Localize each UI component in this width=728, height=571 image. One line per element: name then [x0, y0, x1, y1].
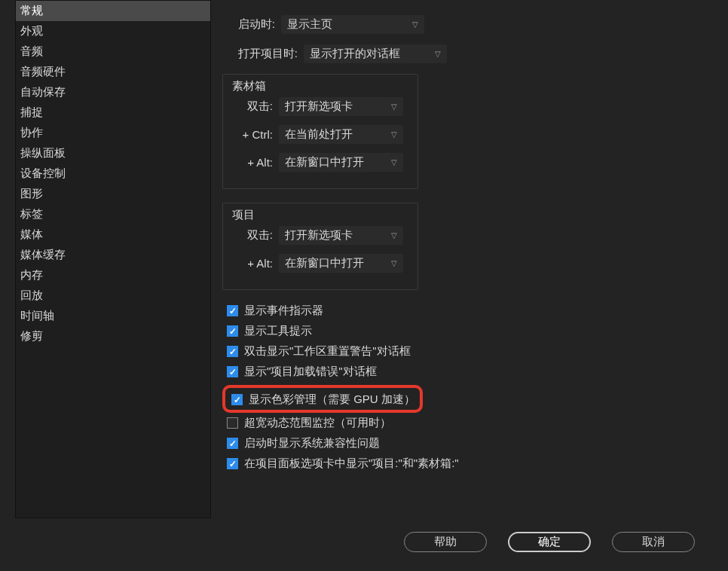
- sidebar-item-general[interactable]: 常规: [16, 1, 210, 21]
- projects-alt-dropdown[interactable]: 在新窗口中打开 ▽: [279, 254, 403, 273]
- check-project-tab-names[interactable]: [227, 458, 238, 469]
- bins-alt-label: + Alt:: [234, 156, 279, 169]
- chevron-down-icon: ▽: [435, 50, 441, 58]
- openproj-value: 显示打开的对话框: [310, 47, 400, 61]
- sidebar-item-audio[interactable]: 音频: [16, 41, 210, 62]
- highlight-annotation: 显示色彩管理（需要 GPU 加速）: [222, 385, 423, 413]
- startup-label: 启动时:: [222, 17, 281, 32]
- sidebar-item-playback[interactable]: 回放: [16, 286, 210, 306]
- sidebar-item-device[interactable]: 设备控制: [16, 163, 210, 184]
- chevron-down-icon: ▽: [391, 158, 397, 166]
- sidebar-item-trim[interactable]: 修剪: [16, 326, 210, 347]
- projects-dbl-dropdown[interactable]: 打开新选项卡 ▽: [279, 226, 403, 245]
- bins-ctrl-dropdown[interactable]: 在当前处打开 ▽: [279, 125, 403, 144]
- chevron-down-icon: ▽: [391, 231, 397, 240]
- projects-fieldset: 项目 双击: 打开新选项卡 ▽ + Alt: 在新窗口中打开 ▽: [222, 203, 418, 290]
- sidebar-item-graphics[interactable]: 图形: [16, 184, 210, 204]
- check-tooltips-label: 显示工具提示: [244, 324, 312, 338]
- dialog-footer: 帮助 确定 取消: [0, 520, 728, 552]
- check-color-management[interactable]: [231, 394, 243, 405]
- bins-dbl-dropdown[interactable]: 打开新选项卡 ▽: [279, 97, 403, 116]
- chevron-down-icon: ▽: [412, 20, 418, 29]
- sidebar-item-media[interactable]: 媒体: [16, 224, 210, 245]
- check-event-indicator-label: 显示事件指示器: [244, 304, 323, 318]
- bins-ctrl-label: + Ctrl:: [234, 128, 279, 141]
- projects-legend: 项目: [232, 208, 255, 222]
- sidebar: 常规 外观 音频 音频硬件 自动保存 捕捉 协作 操纵面板 设备控制 图形 标签…: [15, 0, 211, 518]
- check-tooltips[interactable]: [227, 325, 238, 337]
- check-project-load-error[interactable]: [227, 366, 238, 377]
- chevron-down-icon: ▽: [391, 130, 397, 139]
- check-compat-startup[interactable]: [227, 438, 238, 449]
- openproj-label: 打开项目时:: [222, 47, 304, 61]
- cancel-button[interactable]: 取消: [612, 532, 695, 552]
- bins-ctrl-value: 在当前处打开: [285, 127, 353, 142]
- sidebar-item-appearance[interactable]: 外观: [16, 21, 210, 41]
- chevron-down-icon: ▽: [391, 259, 397, 267]
- sidebar-item-labels[interactable]: 标签: [16, 204, 210, 224]
- check-compat-startup-label: 启动时显示系统兼容性问题: [244, 436, 380, 450]
- sidebar-item-audiohw[interactable]: 音频硬件: [16, 62, 210, 82]
- check-color-management-label: 显示色彩管理（需要 GPU 加速）: [249, 392, 415, 407]
- ok-button[interactable]: 确定: [508, 532, 591, 552]
- check-hdr-monitor[interactable]: [227, 417, 238, 429]
- openproj-dropdown[interactable]: 显示打开的对话框 ▽: [304, 44, 447, 63]
- sidebar-item-collab[interactable]: 协作: [16, 123, 210, 143]
- check-event-indicator[interactable]: [227, 305, 238, 316]
- sidebar-item-mediacache[interactable]: 媒体缓存: [16, 245, 210, 265]
- check-workspace-reset-label: 双击显示"工作区重置警告"对话框: [244, 344, 411, 359]
- check-project-load-error-label: 显示"项目加载错误"对话框: [244, 365, 377, 379]
- bins-dbl-value: 打开新选项卡: [285, 99, 353, 114]
- bins-dbl-label: 双击:: [234, 99, 279, 114]
- bins-alt-dropdown[interactable]: 在新窗口中打开 ▽: [279, 153, 403, 172]
- bins-alt-value: 在新窗口中打开: [285, 155, 364, 169]
- check-project-tab-names-label: 在项目面板选项卡中显示"项目:"和"素材箱:": [244, 456, 459, 471]
- sidebar-item-capture[interactable]: 捕捉: [16, 102, 210, 123]
- sidebar-item-timeline[interactable]: 时间轴: [16, 306, 210, 326]
- projects-alt-value: 在新窗口中打开: [285, 256, 364, 270]
- bins-legend: 素材箱: [232, 79, 266, 93]
- check-hdr-monitor-label: 超宽动态范围监控（可用时）: [244, 416, 391, 430]
- sidebar-item-ctrlpanel[interactable]: 操纵面板: [16, 143, 210, 163]
- help-button[interactable]: 帮助: [404, 532, 487, 552]
- check-workspace-reset[interactable]: [227, 346, 238, 357]
- chevron-down-icon: ▽: [391, 102, 397, 111]
- sidebar-item-autosave[interactable]: 自动保存: [16, 82, 210, 102]
- content-panel: 启动时: 显示主页 ▽ 打开项目时: 显示打开的对话框 ▽ 素材箱 双击: 打开…: [211, 0, 713, 520]
- sidebar-item-memory[interactable]: 内存: [16, 265, 210, 286]
- projects-alt-label: + Alt:: [234, 257, 279, 270]
- projects-dbl-label: 双击:: [234, 228, 279, 243]
- bins-fieldset: 素材箱 双击: 打开新选项卡 ▽ + Ctrl: 在当前处打开 ▽ + Alt:…: [222, 74, 418, 189]
- projects-dbl-value: 打开新选项卡: [285, 228, 353, 243]
- startup-value: 显示主页: [287, 17, 332, 32]
- startup-dropdown[interactable]: 显示主页 ▽: [281, 15, 424, 34]
